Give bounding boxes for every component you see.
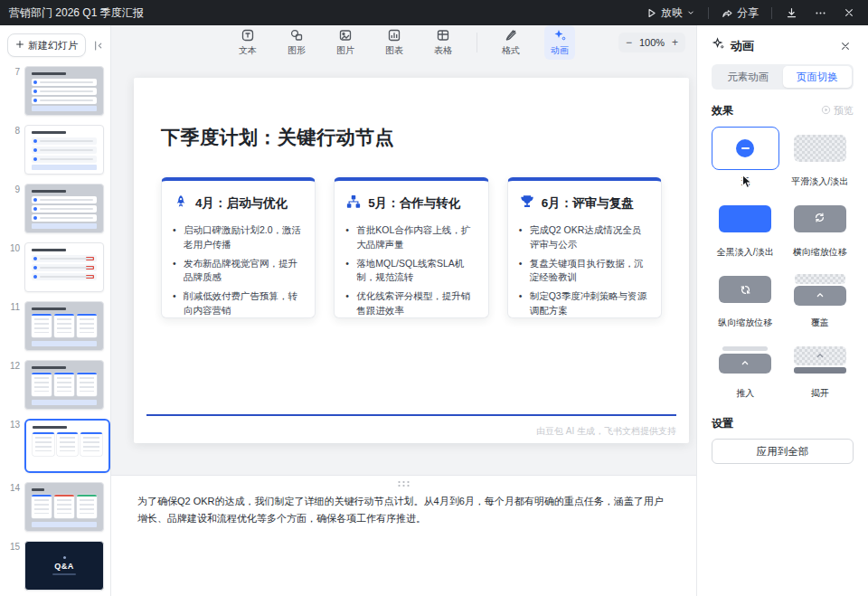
present-button[interactable]: 放映 <box>642 4 699 23</box>
tool-animation[interactable]: 动画 <box>544 25 575 60</box>
cover-back-layer <box>795 274 845 284</box>
thumb-decoration <box>25 190 103 222</box>
tool-table[interactable]: 表格 <box>428 25 458 60</box>
trophy-icon <box>519 194 535 213</box>
preview-button[interactable]: 预览 <box>821 104 854 118</box>
tab-element-animation[interactable]: 元素动画 <box>713 66 783 88</box>
tool-shape[interactable]: 图形 <box>281 25 312 60</box>
share-icon <box>722 7 733 19</box>
thumb-decoration <box>25 488 103 518</box>
zoom-level: 100% <box>638 37 665 48</box>
titlebar: 营销部门 2026 Q1 季度汇报 放映 分享 <box>0 0 868 25</box>
thumb-decoration <box>26 426 108 456</box>
ai-watermark: 由豆包 AI 生成，飞书文档提供支持 <box>536 425 676 438</box>
thumb-decoration <box>63 556 66 559</box>
zoom-in-button[interactable]: + <box>672 37 678 48</box>
thumb-decoration <box>52 573 76 575</box>
slide-thumbnail-15[interactable]: Q&A <box>24 541 104 591</box>
transition-effects-grid: 无 平滑淡入/淡出 全黑淡入/淡出 横向缩放位移 纵向缩放位移 <box>712 127 854 400</box>
effect-cover[interactable]: 覆盖 <box>787 268 854 329</box>
thumbnail-list: 7 8 9 <box>0 64 110 596</box>
slide-sidebar: 新建幻灯片 7 8 <box>0 25 111 596</box>
more-button[interactable] <box>810 4 830 22</box>
sitemap-icon <box>345 194 362 213</box>
effect-horizontal-zoom[interactable]: 横向缩放位移 <box>787 197 854 259</box>
card-june[interactable]: 6月：评审与复盘 •完成Q2 OKR达成情况全员评审与公示 •复盘关键项目执行数… <box>507 177 662 318</box>
image-tool-icon <box>338 28 353 43</box>
push-back-layer <box>722 346 768 351</box>
effect-smooth-fade[interactable]: 平滑淡入/淡出 <box>787 127 854 188</box>
black-fade-preview <box>719 205 771 232</box>
slide-number: 7 <box>5 66 20 116</box>
share-button[interactable]: 分享 <box>718 4 762 23</box>
slide-thumbnail-7[interactable] <box>24 66 104 116</box>
main-area: 新建幻灯片 7 8 <box>0 25 868 596</box>
speaker-notes: 为了确保Q2 OKR的达成，我们制定了详细的关键行动节点计划。从4月到6月，每个… <box>111 475 696 596</box>
settings-label: 设置 <box>712 416 854 431</box>
divider <box>708 7 709 19</box>
zoom-control: − 100% + <box>618 33 685 52</box>
apply-to-all-button[interactable]: 应用到全部 <box>712 439 854 464</box>
slide-number: 8 <box>5 125 20 175</box>
card-april[interactable]: 4月：启动与优化 •启动口碑激励计划2.0，激活老用户传播 •发布新品牌视觉官网… <box>161 177 316 318</box>
download-button[interactable] <box>781 4 801 22</box>
sidebar-header: 新建幻灯片 <box>0 25 110 64</box>
slide-thumbnail-13-selected[interactable] <box>24 419 110 473</box>
effects-label: 效果 <box>712 103 733 118</box>
card-may[interactable]: 5月：合作与转化 •首批KOL合作内容上线，扩大品牌声量 •落地MQL/SQL线… <box>334 177 488 318</box>
slide-divider-line[interactable] <box>146 414 676 416</box>
current-slide[interactable]: 下季度计划：关键行动节点 4月：启动与优化 •启动口碑激励计划2.0，激活老用户… <box>134 78 689 443</box>
effect-vertical-zoom[interactable]: 纵向缩放位移 <box>712 268 779 329</box>
chevron-up-icon <box>815 288 826 304</box>
effect-none-selected[interactable]: 无 <box>712 127 779 188</box>
insert-toolbar: 文本 图形 图片 图表 表格 <box>111 25 696 60</box>
slide-number: 11 <box>5 301 20 351</box>
table-tool-icon <box>436 28 450 43</box>
new-slide-button[interactable]: 新建幻灯片 <box>7 33 86 57</box>
thumb-decoration <box>25 366 103 396</box>
fade-preview <box>794 135 846 162</box>
thumb-decoration <box>25 307 103 337</box>
tool-text[interactable]: 文本 <box>232 25 263 60</box>
effect-push[interactable]: 推入 <box>712 338 779 400</box>
rotate-horizontal-icon <box>814 211 826 227</box>
effect-reveal[interactable]: 揭开 <box>787 338 854 400</box>
slide-title[interactable]: 下季度计划：关键行动节点 <box>161 125 662 150</box>
thumb-decoration <box>25 249 103 280</box>
close-window-button[interactable] <box>839 4 859 22</box>
tool-image[interactable]: 图片 <box>330 25 361 60</box>
animation-tool-icon <box>552 28 567 43</box>
slide-number: 9 <box>5 184 20 233</box>
tab-page-transition[interactable]: 页面切换 <box>783 66 853 88</box>
close-panel-icon[interactable] <box>837 38 854 54</box>
effect-black-fade[interactable]: 全黑淡入/淡出 <box>712 197 779 259</box>
slide-number: 10 <box>5 242 20 292</box>
tool-format[interactable]: 格式 <box>495 25 526 60</box>
shape-tool-icon <box>289 28 304 43</box>
thumb-decoration <box>25 131 103 163</box>
notes-text[interactable]: 为了确保Q2 OKR的达成，我们制定了详细的关键行动节点计划。从4月到6月，每个… <box>137 493 671 528</box>
slide-thumbnail-9[interactable] <box>24 184 104 233</box>
slide-thumbnail-14[interactable] <box>24 482 104 532</box>
qa-label: Q&A <box>54 562 74 571</box>
slide-thumbnail-10[interactable] <box>24 242 104 292</box>
panel-title: 动画 <box>731 38 754 54</box>
slide-thumbnail-8[interactable] <box>24 125 104 175</box>
format-tool-icon <box>504 28 518 43</box>
app-window: 营销部门 2026 Q1 季度汇报 放映 分享 <box>0 0 868 596</box>
play-icon <box>646 7 657 19</box>
slide-cards: 4月：启动与优化 •启动口碑激励计划2.0，激活老用户传播 •发布新品牌视觉官网… <box>161 177 662 318</box>
document-title: 营销部门 2026 Q1 季度汇报 <box>9 5 144 21</box>
notes-drag-handle[interactable] <box>397 480 411 487</box>
animation-panel-icon <box>712 37 725 54</box>
slide-thumbnail-12[interactable] <box>24 360 104 410</box>
zoom-out-button[interactable]: − <box>626 37 632 48</box>
slide-canvas: 下季度计划：关键行动节点 4月：启动与优化 •启动口碑激励计划2.0，激活老用户… <box>111 60 696 475</box>
chevron-up-icon <box>815 348 826 364</box>
slide-number: 12 <box>5 360 20 410</box>
slide-thumbnail-11[interactable] <box>24 301 104 351</box>
animation-panel: 动画 元素动画 页面切换 效果 预览 无 <box>696 25 868 596</box>
tool-chart[interactable]: 图表 <box>379 25 410 60</box>
chevron-up-icon <box>740 355 750 372</box>
collapse-sidebar-icon[interactable] <box>90 38 105 52</box>
